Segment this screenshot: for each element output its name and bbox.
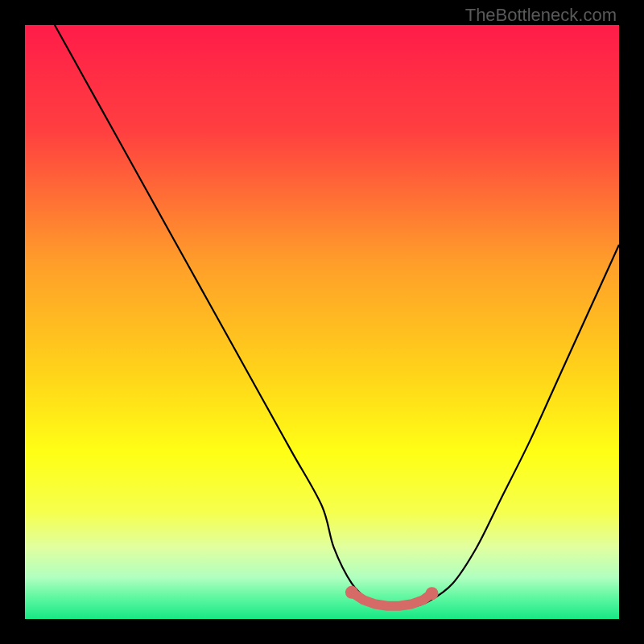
plot-svg bbox=[25, 25, 619, 619]
chart-frame: TheBottleneck.com bbox=[0, 0, 644, 644]
marker-endpoint-right bbox=[426, 587, 439, 600]
gradient-background bbox=[25, 25, 619, 619]
watermark-text: TheBottleneck.com bbox=[465, 5, 617, 26]
plot-area bbox=[25, 25, 619, 619]
marker-endpoint-left bbox=[345, 586, 358, 599]
